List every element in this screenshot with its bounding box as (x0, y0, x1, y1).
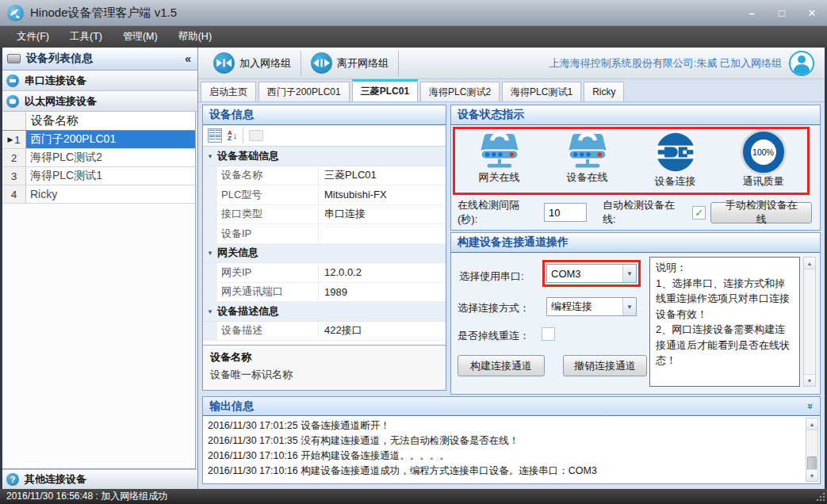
category-row[interactable]: ▾ 设备描述信息 (203, 302, 446, 322)
sort-alphabetical-icon[interactable]: AZ↓ (228, 130, 237, 141)
device-connect-icon (655, 132, 696, 173)
sidebar-title: 设备列表信息 (26, 52, 93, 66)
connect-mode-combobox[interactable]: 编程连接 ▼ (546, 297, 637, 316)
sidebar-collapse-button[interactable]: « (185, 52, 191, 65)
leave-group-icon (311, 52, 332, 74)
device-info-panel: 设备信息 AZ↓ ▾ 设备基础信息 设备名称 三菱PLC01 PLC型号 Mit… (202, 105, 446, 391)
property-row[interactable]: 网关IP 12.0.0.2 (203, 263, 446, 283)
serial-port-combobox[interactable]: COM3 ▼ (546, 264, 637, 283)
row-number: ▶ 1 (2, 131, 26, 148)
property-row[interactable]: 设备描述 422接口 (203, 322, 446, 342)
status-device-online: 设备在线 (543, 132, 631, 193)
log-line: 2016/11/30 17:10:16 开始构建设备连接通道。。。。。 (208, 449, 801, 464)
tab-ricky[interactable]: Ricky (584, 82, 624, 101)
close-button[interactable]: ✕ (797, 0, 827, 25)
title-bar: Hinode设备管理客户端 v1.5 – □ ✕ (0, 0, 827, 26)
reconnect-checkbox[interactable] (542, 327, 555, 341)
auto-detect-checkbox[interactable]: ✓ (692, 206, 706, 220)
user-avatar[interactable] (789, 51, 814, 76)
property-grid: ▾ 设备基础信息 设备名称 三菱PLC01 PLC型号 Mitsubishi-F… (203, 147, 446, 345)
sidebar-group-ethernet[interactable]: 以太网连接设备 (0, 91, 197, 112)
log-line: 2016/11/30 17:10:16 构建设备连接通道成功，编程方式连接串口设… (208, 464, 801, 479)
toolbar-separator (301, 51, 301, 76)
tab-mitsubishi-plc01[interactable]: 三菱PLC01 (352, 79, 418, 101)
tab-home[interactable]: 启动主页 (201, 82, 256, 101)
connect-mode-value: 编程连接 (547, 300, 622, 314)
chevron-down-icon[interactable]: ▼ (622, 265, 636, 282)
table-row[interactable]: 2 海得PLC测试2 (2, 149, 195, 167)
minimize-button[interactable]: – (737, 0, 767, 25)
scroll-down-icon[interactable]: ▼ (804, 374, 815, 386)
note-scrollbar[interactable]: ▲ ▼ (803, 257, 816, 387)
status-comm-quality: 100% 通讯质量 (719, 132, 807, 193)
property-row[interactable]: 设备名称 三菱PLC01 (203, 166, 446, 186)
menu-tools[interactable]: 工具(T) (59, 26, 113, 48)
output-log-area: 2016/11/30 17:01:25 设备连接通道断开！ 2016/11/30… (203, 416, 820, 483)
sidebar-group-serial-label: 串口连接设备 (25, 74, 86, 88)
property-row[interactable]: 接口类型 串口连接 (203, 205, 446, 225)
comm-quality-value: 100% (752, 147, 774, 157)
category-row[interactable]: ▾ 网关信息 (203, 244, 446, 264)
category-row[interactable]: ▾ 设备基础信息 (203, 147, 446, 166)
note-line: 说明： (656, 260, 794, 276)
build-channel-button[interactable]: 构建连接通道 (458, 355, 545, 376)
chevron-down-icon[interactable]: ▼ (622, 298, 636, 315)
property-row[interactable]: PLC型号 Mitsubishi-FX (203, 185, 446, 205)
device-name-header: 设备名称 (26, 112, 195, 130)
table-row[interactable]: 4 Ricky (2, 185, 195, 204)
reconnect-label: 是否掉线重连： (458, 329, 530, 343)
detect-interval-row: 在线检测间隔(秒): 自动检测设备在线: ✓ 手动检测设备在线 (458, 200, 812, 225)
revoke-channel-button[interactable]: 撤销连接通道 (563, 355, 647, 376)
property-grid-toolbar: AZ↓ (203, 125, 446, 147)
maximize-button[interactable]: □ (767, 0, 797, 25)
sidebar-group-serial[interactable]: 串口连接设备 (0, 71, 197, 91)
comm-quality-donut-icon: 100% (743, 132, 784, 173)
device-tab-bar: 启动主页 西门子200PLC01 三菱PLC01 海得PLC测试2 海得PLC测… (198, 79, 825, 102)
sidebar-group-ethernet-label: 以太网连接设备 (25, 94, 97, 109)
connect-mode-label: 选择连接方式： (458, 301, 530, 315)
menu-file[interactable]: 文件(F) (6, 26, 59, 48)
question-icon: ? (6, 473, 19, 486)
status-device-connect: 设备连接 (631, 132, 719, 193)
output-title: 输出信息 (209, 399, 254, 414)
row-number: 3 (2, 167, 26, 185)
device-online-icon (565, 132, 611, 169)
status-gateway-online: 网关在线 (455, 132, 543, 193)
output-scrollbar[interactable]: ▲ ▼ (806, 418, 818, 482)
scroll-down-icon[interactable]: ▼ (806, 469, 817, 481)
selected-row-marker-icon: ▶ (7, 136, 13, 143)
collapse-chevron-icon[interactable]: » (805, 403, 817, 409)
selected-property-name: 设备名称 (210, 350, 438, 365)
table-row[interactable]: 3 海得PLC测试1 (2, 167, 195, 185)
menu-manage[interactable]: 管理(M) (113, 26, 168, 48)
serial-port-label: 选择使用串口: (459, 269, 524, 284)
channel-build-panel: 构建设备连接通道操作 选择使用串口: COM3 ▼ 选择连接方式： 编程连接 ▼… (450, 232, 821, 395)
manual-detect-button[interactable]: 手动检测设备在线 (710, 202, 812, 223)
sidebar-group-other[interactable]: ? 其他连接设备 (0, 469, 197, 489)
join-network-group-button[interactable]: 加入网络组 (206, 50, 298, 77)
join-group-label: 加入网络组 (239, 56, 291, 71)
leave-network-group-button[interactable]: 离开网络组 (304, 50, 396, 77)
tab-hide-plc-test2[interactable]: 海得PLC测试2 (420, 82, 500, 101)
property-row[interactable]: 设备IP (203, 224, 446, 244)
device-table-header: 设备名称 (2, 112, 195, 131)
window-title: Hinode设备管理客户端 v1.5 (30, 6, 177, 21)
note-line: 2、网口连接设备需要构建连接通道后才能看到是否在线状态！ (656, 322, 794, 368)
resize-grip[interactable] (815, 491, 825, 502)
interval-input[interactable] (544, 203, 587, 222)
ethernet-device-icon (6, 95, 19, 108)
output-panel: 输出信息 » 2016/11/30 17:01:25 设备连接通道断开！ 201… (202, 396, 821, 484)
tab-siemens200plc01[interactable]: 西门子200PLC01 (258, 82, 350, 101)
property-row[interactable]: 网关通讯端口 1989 (203, 283, 446, 303)
table-row[interactable]: ▶ 1 西门子200PLC01 (2, 131, 195, 149)
serial-device-icon (6, 74, 19, 87)
device-name: Ricky (26, 185, 195, 203)
user-status-text: 上海海得控制系统股份有限公司:朱威 已加入网络组 (549, 56, 782, 71)
categorized-view-icon[interactable] (208, 128, 222, 143)
menu-help[interactable]: 帮助(H) (168, 26, 222, 48)
window-edge-left (0, 48, 2, 504)
scroll-up-icon[interactable]: ▲ (804, 258, 815, 269)
row-number: 2 (2, 149, 26, 166)
tab-hide-plc-test1[interactable]: 海得PLC测试1 (502, 82, 581, 101)
scroll-up-icon[interactable]: ▲ (806, 418, 817, 430)
